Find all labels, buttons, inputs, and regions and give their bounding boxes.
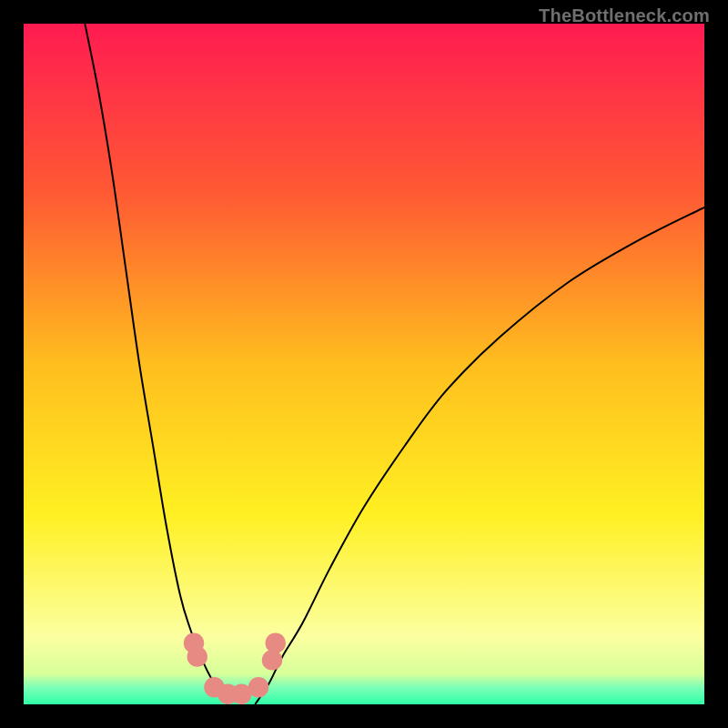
curve-left-branch xyxy=(85,24,228,704)
data-markers xyxy=(184,632,286,704)
plot-area xyxy=(24,24,704,704)
chart-frame: TheBottleneck.com xyxy=(0,0,728,728)
curves-layer xyxy=(24,24,704,704)
data-marker xyxy=(266,632,286,652)
data-marker xyxy=(187,646,207,666)
data-marker xyxy=(248,677,268,697)
data-marker xyxy=(262,650,282,670)
curve-right-branch xyxy=(255,207,704,704)
watermark-text: TheBottleneck.com xyxy=(539,5,710,26)
